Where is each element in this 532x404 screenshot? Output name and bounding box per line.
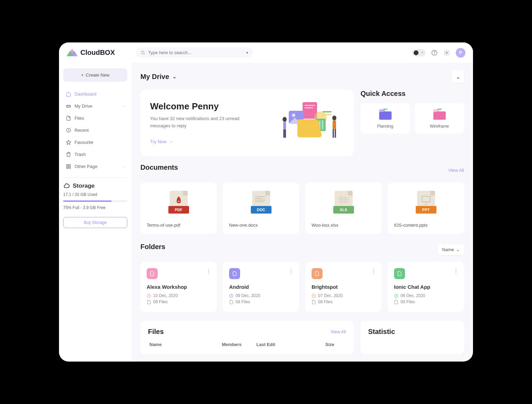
folders-sort-button[interactable]: Name ⌄ [438, 244, 464, 255]
svg-rect-31 [335, 129, 336, 138]
quick-access: Quick Access Planning Wirefr [361, 90, 464, 156]
logo-text: CloudBOX [80, 49, 115, 57]
document-name: IOS-content.pptx [394, 223, 458, 228]
svg-rect-10 [67, 167, 68, 168]
welcome-card: Welcome Penny You have 32 new notificati… [140, 90, 354, 156]
svg-rect-19 [323, 114, 332, 115]
buy-storage-button[interactable]: Buy Storage [63, 217, 127, 228]
chevron-down-icon: ⌄ [173, 74, 177, 79]
storage-used: 17.1 / 20 GB Used [63, 192, 127, 197]
statistic-panel: Statistic [361, 321, 464, 354]
svg-rect-35 [437, 109, 442, 110]
svg-rect-33 [383, 109, 387, 110]
folder-icon [229, 268, 240, 279]
page-title[interactable]: My Drive ⌄ [140, 73, 177, 81]
caret-down-icon[interactable]: ▾ [246, 51, 248, 55]
arrow-right-icon: → [169, 139, 173, 144]
try-now-link[interactable]: Try Now → [150, 139, 173, 144]
folder-card[interactable]: ⋮ Android 09 Dec, 2020 08 Files [223, 262, 299, 312]
files-table-head: Name Members Last Edit Size [148, 342, 346, 347]
file-icon [394, 300, 398, 304]
gear-icon [444, 50, 450, 56]
avatar[interactable]: P [456, 48, 465, 58]
file-icon [147, 300, 151, 304]
page-menu-button[interactable]: ⌄ [452, 70, 464, 83]
documents-view-all[interactable]: View All [449, 168, 464, 173]
progress-fill [63, 200, 111, 202]
search-input[interactable] [148, 50, 248, 55]
create-new-button[interactable]: + Create New [63, 68, 127, 82]
theme-toggle[interactable]: ☀ [412, 49, 425, 56]
th-lastedit: Last Edit [256, 342, 325, 347]
quick-access-item-planning[interactable]: Planning [361, 103, 410, 134]
nav-label: My Drive [75, 104, 92, 109]
folder-files: 08 Files [312, 299, 375, 304]
nav-label: Trash [75, 152, 86, 157]
svg-point-0 [141, 51, 144, 54]
help-button[interactable] [431, 49, 438, 56]
page-head: My Drive ⌄ ⌄ [140, 70, 464, 83]
svg-rect-8 [67, 165, 68, 166]
clock-icon [229, 294, 234, 298]
drive-icon [66, 104, 71, 109]
folder-date: 09 Dec, 2020 [229, 293, 293, 298]
search-icon [140, 50, 145, 55]
badge: DOC [251, 206, 272, 214]
nav-item-trash[interactable]: Trash [63, 148, 127, 160]
th-name: Name [149, 342, 222, 347]
svg-rect-14 [305, 107, 313, 108]
more-icon[interactable]: ⋮ [371, 268, 376, 274]
svg-rect-18 [323, 111, 332, 112]
grid-icon [66, 164, 71, 169]
folder-card[interactable]: ⋮ Ionic Chat App 06 Dec, 2020 08 Files [388, 262, 464, 312]
clock-icon [312, 294, 316, 298]
xls-icon: XLS [333, 191, 354, 215]
more-icon[interactable]: ⋮ [453, 268, 459, 274]
nav-item-other[interactable]: Other Page › [63, 160, 127, 173]
svg-rect-26 [283, 129, 285, 138]
svg-rect-11 [69, 167, 70, 168]
document-card[interactable]: PPT IOS-content.pptx [388, 183, 464, 234]
nav-item-mydrive[interactable]: My Drive › [63, 100, 127, 112]
more-icon[interactable]: ⋮ [288, 268, 294, 274]
svg-point-24 [283, 117, 287, 122]
folder-card[interactable]: ⋮ Alexa Workshop 10 Dec, 2020 08 Files [140, 262, 217, 312]
settings-button[interactable] [443, 49, 450, 56]
create-label: Create New [86, 72, 109, 78]
logo[interactable]: CloudBOX [67, 48, 129, 58]
nav-label: Favourite [75, 140, 93, 145]
svg-rect-29 [333, 120, 336, 129]
trash-icon [66, 152, 71, 157]
nav-label: Files [75, 116, 84, 121]
search-box[interactable]: ▾ [136, 47, 253, 58]
nav-item-recent[interactable]: Recent [63, 124, 127, 136]
quick-access-grid: Planning Wireframe [361, 103, 464, 134]
nav-item-dashboard[interactable]: Dashboard [63, 88, 127, 100]
svg-point-28 [332, 116, 336, 120]
document-card[interactable]: XLS Woo-box.xlsx [305, 183, 382, 234]
folder-icon [394, 268, 405, 279]
svg-point-3 [434, 54, 435, 54]
star-icon [66, 140, 71, 145]
file-icon [312, 300, 316, 304]
clock-icon [394, 294, 398, 298]
folder-name: Android [229, 284, 293, 290]
documents-grid: PDF Terms-of-use.pdf DOC New-one.docx [140, 183, 464, 234]
nav-item-favourite[interactable]: Favourite [63, 136, 127, 148]
folder-card[interactable]: ⋮ Brightspot 07 Dec, 2020 08 Files [305, 262, 382, 312]
folder-files: 08 Files [147, 299, 210, 304]
document-card[interactable]: DOC New-one.docx [223, 183, 299, 234]
sun-icon: ☀ [421, 51, 424, 55]
svg-rect-34 [433, 111, 446, 120]
more-icon[interactable]: ⋮ [206, 268, 211, 274]
quick-access-item-wireframe[interactable]: Wireframe [415, 103, 464, 134]
badge: PPT [416, 206, 436, 214]
home-icon [66, 91, 71, 97]
document-name: Woo-box.xlsx [312, 223, 375, 228]
nav-item-files[interactable]: Files [63, 112, 127, 124]
th-size: Size [325, 342, 345, 347]
plus-icon: + [81, 72, 84, 78]
document-card[interactable]: PDF Terms-of-use.pdf [140, 183, 217, 234]
chevron-right-icon: › [124, 104, 125, 108]
files-view-all[interactable]: View All [331, 329, 346, 334]
